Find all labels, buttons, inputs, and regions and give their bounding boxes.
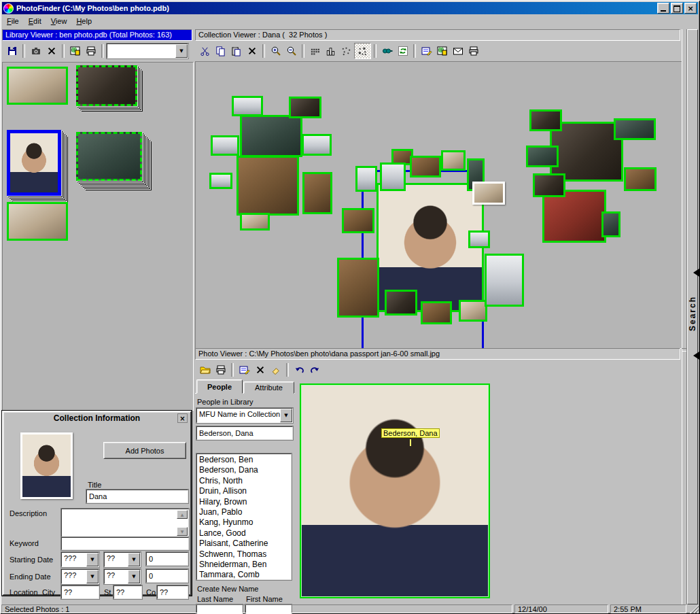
collection-photo-thumbnail[interactable]	[485, 254, 524, 307]
collection-photo-thumbnail[interactable]	[209, 173, 232, 189]
annotate-photo-button[interactable]	[237, 362, 252, 377]
selected-name-field[interactable]	[196, 426, 293, 440]
people-list-item[interactable]: Tammara, Comb	[199, 570, 289, 580]
title-field[interactable]	[86, 490, 188, 503]
collection-photo-thumbnail[interactable]	[302, 134, 332, 156]
collection-representative-photo[interactable]	[20, 432, 73, 499]
cluster-layout-button[interactable]	[354, 43, 371, 59]
people-list-item[interactable]: Shneiderman, Ben	[199, 560, 289, 570]
people-list-item[interactable]: Bederson, Ben	[199, 455, 289, 465]
chevron-down-icon[interactable]: ▼	[86, 553, 99, 566]
collection-photo-thumbnail[interactable]	[240, 115, 302, 157]
library-photo-stack[interactable]	[7, 202, 68, 241]
people-list-item[interactable]: Juan, Pablo	[199, 507, 289, 517]
collection-photo-thumbnail[interactable]	[526, 146, 559, 167]
copy-button[interactable]	[213, 44, 228, 58]
collection-photo-thumbnail[interactable]	[337, 258, 379, 318]
maximize-button[interactable]	[671, 3, 683, 14]
collection-photo-thumbnail[interactable]	[421, 301, 452, 324]
print-button[interactable]	[83, 44, 99, 58]
undo-button[interactable]	[292, 362, 307, 377]
collection-photo-thumbnail[interactable]	[410, 156, 441, 177]
histogram-layout-button[interactable]	[323, 44, 338, 58]
start-year-field[interactable]	[146, 552, 188, 566]
collection-photo-thumbnail[interactable]	[542, 190, 606, 243]
people-list-item[interactable]: Kang, Hyunmo	[199, 517, 289, 528]
library-photo-stack[interactable]	[7, 130, 61, 196]
delete-annotation-button[interactable]	[252, 362, 268, 377]
eraser-button[interactable]	[268, 362, 283, 377]
splitter-rail[interactable]	[682, 29, 687, 604]
scroll-up-icon[interactable]: ▲	[177, 510, 188, 519]
expand-search-arrow-icon[interactable]	[689, 269, 699, 277]
tab-attribute[interactable]: Attribute	[243, 381, 294, 394]
start-day-combobox[interactable]: ?? ▼	[104, 552, 141, 567]
start-month-combobox[interactable]: ??? ▼	[61, 552, 99, 567]
selected-name-input[interactable]	[197, 427, 292, 439]
title-input[interactable]	[87, 490, 188, 502]
resize-grip[interactable]	[690, 604, 699, 613]
collection-photo-thumbnail[interactable]	[355, 166, 377, 192]
mfu-sort-combobox[interactable]: MFU Name in Collection ▼	[196, 408, 293, 423]
collection-photo-thumbnail[interactable]	[302, 172, 332, 214]
collection-photo-thumbnail[interactable]	[237, 156, 299, 216]
people-list-item[interactable]: Druin, Allison	[199, 486, 289, 496]
email-button[interactable]	[450, 44, 466, 58]
library-photo-stack[interactable]	[7, 67, 68, 105]
collection-photo-thumbnail[interactable]	[232, 96, 263, 116]
delete-button[interactable]	[244, 44, 260, 58]
end-year-input[interactable]	[147, 570, 188, 582]
people-list[interactable]: Bederson, BenBederson, DanaChris, NorthD…	[196, 454, 292, 580]
city-field[interactable]	[61, 585, 99, 599]
chevron-down-icon[interactable]: ▼	[280, 409, 292, 422]
co-input[interactable]	[158, 586, 188, 598]
open-photo-button[interactable]	[197, 362, 213, 377]
current-photo[interactable]: Bederson, Dana	[300, 383, 490, 598]
description-field[interactable]: ▲ ▼	[61, 509, 189, 537]
library-thumbnail-canvas[interactable]	[2, 62, 194, 411]
paste-button[interactable]	[228, 44, 244, 58]
library-photo-stack[interactable]	[76, 65, 137, 106]
chevron-down-icon[interactable]: ▼	[86, 570, 99, 583]
add-photos-button[interactable]: Add Photos	[103, 442, 186, 459]
library-filter-combobox[interactable]: ▼	[107, 44, 188, 58]
menu-help[interactable]: Help	[71, 16, 97, 27]
scatter-layout-button[interactable]	[338, 44, 354, 58]
people-list-item[interactable]: Schwenn, Thomas	[199, 549, 289, 560]
people-list-item[interactable]: Chris, North	[199, 476, 289, 486]
menu-edit[interactable]: Edit	[24, 16, 46, 27]
print-collection-button[interactable]	[466, 44, 481, 58]
close-button[interactable]: ×	[684, 3, 697, 14]
keyword-input[interactable]	[62, 538, 188, 549]
delete-photo-button[interactable]	[43, 44, 59, 58]
collection-photo-thumbnail[interactable]	[533, 173, 565, 197]
link-photos-button[interactable]	[379, 44, 395, 58]
annotate-button[interactable]	[419, 44, 434, 58]
co-field[interactable]	[157, 585, 188, 599]
cut-button[interactable]	[197, 44, 213, 58]
chevron-down-icon[interactable]: ▼	[128, 553, 140, 566]
keyword-field[interactable]	[61, 537, 189, 550]
collection-photo-thumbnail[interactable]	[529, 109, 562, 131]
tab-people[interactable]: People	[196, 379, 243, 394]
photo-annotation-label[interactable]: Bederson, Dana	[381, 428, 440, 438]
zoom-in-button[interactable]	[268, 44, 283, 58]
collection-photo-thumbnail[interactable]	[289, 97, 321, 118]
web-export-button[interactable]	[434, 44, 450, 58]
scroll-down-icon[interactable]: ▼	[177, 527, 188, 536]
grid-layout-button[interactable]	[307, 44, 323, 58]
collection-photo-thumbnail[interactable]	[380, 163, 406, 191]
collection-photo-thumbnail[interactable]	[441, 150, 466, 171]
start-year-input[interactable]	[147, 553, 188, 565]
collection-photo-thumbnail[interactable]	[472, 182, 505, 205]
chevron-down-icon[interactable]: ▼	[175, 44, 188, 58]
end-month-combobox[interactable]: ??? ▼	[61, 569, 99, 584]
menu-view[interactable]: View	[46, 16, 72, 27]
collection-photo-thumbnail[interactable]	[601, 211, 620, 237]
collection-photo-thumbnail[interactable]	[342, 208, 374, 233]
zoom-out-button[interactable]	[283, 44, 299, 58]
app-icon[interactable]	[3, 3, 14, 14]
collection-photo-thumbnail[interactable]	[385, 290, 417, 315]
close-icon[interactable]: ×	[177, 413, 188, 423]
print-photo-button[interactable]	[213, 362, 228, 377]
